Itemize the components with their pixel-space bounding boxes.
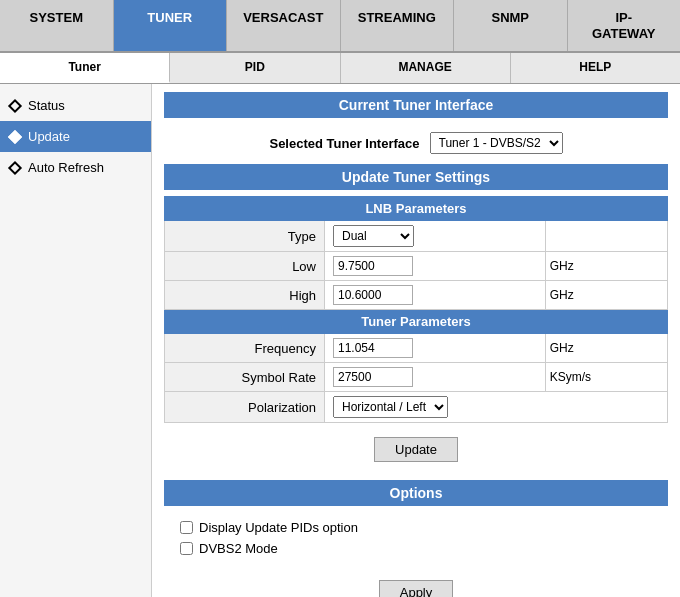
main-content: Current Tuner Interface Selected Tuner I… <box>152 84 680 597</box>
tuner-select-dropdown[interactable]: Tuner 1 - DVBS/S2 Tuner 2 - DVBS/S2 <box>430 132 563 154</box>
options-header: Options <box>164 480 668 506</box>
sub-navigation: Tuner PID MANAGE HELP <box>0 53 680 84</box>
high-label: High <box>165 281 325 310</box>
low-row: Low GHz <box>165 252 668 281</box>
polarization-row: Polarization Horizontal / Left Vertical … <box>165 392 668 423</box>
tab-manage[interactable]: MANAGE <box>341 53 511 83</box>
nav-system[interactable]: SYSTEM <box>0 0 114 51</box>
nav-versacast[interactable]: VERSACAST <box>227 0 341 51</box>
type-value-cell: Dual Single Universal <box>325 221 546 252</box>
tuner-select-row: Selected Tuner Interface Tuner 1 - DVBS/… <box>164 124 668 164</box>
apply-button-row: Apply <box>164 580 668 597</box>
high-value-cell <box>325 281 546 310</box>
top-navigation: SYSTEM TUNER VERSACAST STREAMING SNMP IP… <box>0 0 680 53</box>
symbol-rate-row: Symbol Rate KSym/s <box>165 363 668 392</box>
diamond-icon <box>8 99 22 113</box>
current-tuner-header: Current Tuner Interface <box>164 92 668 118</box>
frequency-row: Frequency GHz <box>165 334 668 363</box>
diamond-icon-refresh <box>8 161 22 175</box>
symbol-rate-value-cell <box>325 363 546 392</box>
symbol-rate-label: Symbol Rate <box>165 363 325 392</box>
sidebar-label-update: Update <box>28 129 70 144</box>
dvbs2-mode-label: DVBS2 Mode <box>199 541 278 556</box>
frequency-input[interactable] <box>333 338 413 358</box>
frequency-unit: GHz <box>545 334 667 363</box>
diamond-icon-active <box>8 130 22 144</box>
frequency-label: Frequency <box>165 334 325 363</box>
sidebar-label-auto-refresh: Auto Refresh <box>28 160 104 175</box>
polarization-value-cell: Horizontal / Left Vertical / Right Circu… <box>325 392 668 423</box>
type-unit-cell <box>545 221 667 252</box>
polarization-select[interactable]: Horizontal / Left Vertical / Right Circu… <box>333 396 448 418</box>
sidebar: Status Update Auto Refresh <box>0 84 152 597</box>
lnb-header-row: LNB Parameters <box>165 197 668 221</box>
options-content: Display Update PIDs option DVBS2 Mode <box>164 512 668 570</box>
type-row: Type Dual Single Universal <box>165 221 668 252</box>
dvbs2-mode-checkbox[interactable] <box>180 542 193 555</box>
display-pids-checkbox[interactable] <box>180 521 193 534</box>
main-layout: Status Update Auto Refresh Current Tuner… <box>0 84 680 597</box>
low-label: Low <box>165 252 325 281</box>
tab-tuner[interactable]: Tuner <box>0 53 170 83</box>
sidebar-item-auto-refresh[interactable]: Auto Refresh <box>0 152 151 183</box>
display-pids-label: Display Update PIDs option <box>199 520 358 535</box>
options-section: Options Display Update PIDs option DVBS2… <box>164 480 668 597</box>
option-display-pids[interactable]: Display Update PIDs option <box>180 520 652 535</box>
low-unit: GHz <box>545 252 667 281</box>
nav-snmp[interactable]: SNMP <box>454 0 568 51</box>
tab-help[interactable]: HELP <box>511 53 680 83</box>
lnb-header-cell: LNB Parameters <box>165 197 668 221</box>
type-select[interactable]: Dual Single Universal <box>333 225 414 247</box>
high-input[interactable] <box>333 285 413 305</box>
update-settings-header: Update Tuner Settings <box>164 164 668 190</box>
low-value-cell <box>325 252 546 281</box>
nav-streaming[interactable]: STREAMING <box>341 0 455 51</box>
tab-pid[interactable]: PID <box>170 53 340 83</box>
type-label: Type <box>165 221 325 252</box>
update-button-row: Update <box>164 437 668 462</box>
nav-tuner[interactable]: TUNER <box>114 0 228 51</box>
tuner-header-row: Tuner Parameters <box>165 310 668 334</box>
tuner-select-label: Selected Tuner Interface <box>269 136 419 151</box>
high-unit: GHz <box>545 281 667 310</box>
tuner-header-cell: Tuner Parameters <box>165 310 668 334</box>
polarization-label: Polarization <box>165 392 325 423</box>
symbol-rate-input[interactable] <box>333 367 413 387</box>
sidebar-item-status[interactable]: Status <box>0 90 151 121</box>
nav-ip-gateway[interactable]: IP-GATEWAY <box>568 0 681 51</box>
option-dvbs2-mode[interactable]: DVBS2 Mode <box>180 541 652 556</box>
symbol-rate-unit: KSym/s <box>545 363 667 392</box>
sidebar-label-status: Status <box>28 98 65 113</box>
settings-table: LNB Parameters Type Dual Single Universa… <box>164 196 668 423</box>
low-input[interactable] <box>333 256 413 276</box>
apply-button[interactable]: Apply <box>379 580 454 597</box>
high-row: High GHz <box>165 281 668 310</box>
frequency-value-cell <box>325 334 546 363</box>
sidebar-item-update[interactable]: Update <box>0 121 151 152</box>
update-button[interactable]: Update <box>374 437 458 462</box>
